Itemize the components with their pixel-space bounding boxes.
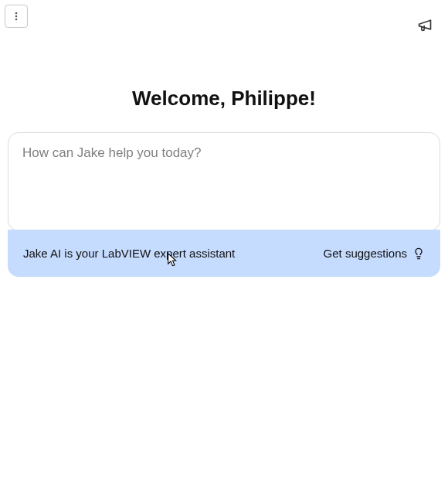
svg-point-1 <box>15 15 16 16</box>
main-content: Welcome, Philippe! Jake AI is your LabVI… <box>0 87 448 277</box>
megaphone-icon <box>417 17 433 32</box>
announcements-button[interactable] <box>416 15 434 34</box>
lightbulb-icon <box>412 247 425 260</box>
suggestions-label: Get suggestions <box>324 247 407 260</box>
top-bar <box>0 0 448 34</box>
chat-input[interactable] <box>22 145 426 215</box>
svg-point-2 <box>15 19 16 19</box>
svg-point-0 <box>15 12 16 13</box>
banner-info-text: Jake AI is your LabVIEW expert assistant <box>23 247 235 260</box>
more-vertical-icon <box>11 11 22 22</box>
menu-button[interactable] <box>5 5 28 28</box>
chat-input-card <box>8 132 440 231</box>
info-banner: Jake AI is your LabVIEW expert assistant… <box>8 230 440 277</box>
welcome-heading: Welcome, Philippe! <box>8 87 440 111</box>
get-suggestions-button[interactable]: Get suggestions <box>324 247 425 260</box>
